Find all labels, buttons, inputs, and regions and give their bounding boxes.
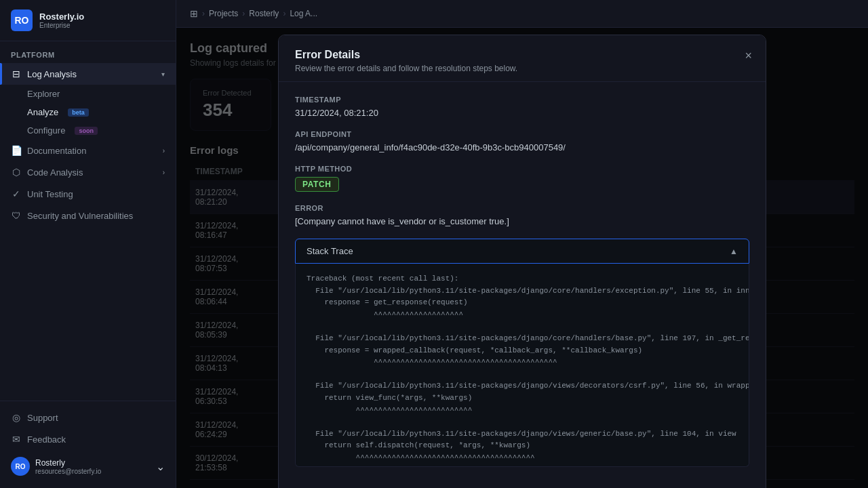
security-icon: 🛡 bbox=[11, 210, 22, 221]
http-method-section: HTTP Method PATCH bbox=[295, 165, 749, 192]
stack-trace-code: Traceback (most recent call last): File … bbox=[307, 273, 738, 467]
timestamp-section: Timestamp 31/12/2024, 08:21:20 bbox=[295, 96, 749, 118]
modal-overlay: Error Details Review the error details a… bbox=[176, 28, 868, 488]
sidebar-item-label: Log Analysis bbox=[27, 69, 77, 79]
explorer-label: Explorer bbox=[27, 89, 60, 99]
timestamp-label: Timestamp bbox=[295, 96, 749, 104]
chevron-icon: › bbox=[163, 147, 165, 155]
chevron-icon: › bbox=[163, 169, 165, 176]
user-avatar: RO bbox=[11, 457, 30, 476]
analyze-badge: beta bbox=[68, 108, 89, 117]
error-label: Error bbox=[295, 204, 749, 212]
sidebar-user[interactable]: RO Rosterly resources@rosterfy.io ⌄ bbox=[0, 450, 176, 483]
company-name: Rosterly.io bbox=[39, 12, 84, 22]
chevron-icon: ▾ bbox=[161, 70, 165, 78]
breadcrumb-log[interactable]: Log A... bbox=[290, 9, 317, 18]
code-analysis-icon: ⬡ bbox=[11, 167, 22, 178]
company-plan: Enterprise bbox=[39, 22, 84, 29]
feedback-label: Feedback bbox=[27, 434, 66, 445]
sidebar-item-label: Documentation bbox=[27, 146, 86, 156]
http-method-badge: PATCH bbox=[295, 177, 339, 192]
support-icon: ◎ bbox=[11, 412, 22, 423]
logo-text: Rosterly.io Enterprise bbox=[39, 12, 84, 29]
sidebar-bottom: ◎ Support ✉ Feedback RO Rosterly resourc… bbox=[0, 401, 176, 488]
user-email: resources@rosterfy.io bbox=[35, 468, 151, 475]
stack-trace-chevron-icon: ▲ bbox=[730, 247, 738, 256]
sidebar-toggle-icon[interactable]: ⊞ bbox=[190, 8, 198, 19]
user-info: Rosterly resources@rosterfy.io bbox=[35, 458, 151, 475]
sidebar-item-explorer[interactable]: Explorer bbox=[0, 85, 176, 103]
logo-icon: RO bbox=[11, 9, 33, 31]
sidebar-item-feedback[interactable]: ✉ Feedback bbox=[0, 428, 176, 450]
log-analysis-icon: ⊟ bbox=[11, 68, 22, 79]
configure-label: Configure bbox=[27, 125, 65, 136]
api-endpoint-section: API Endpoint /api/company/general_info/f… bbox=[295, 130, 749, 152]
modal-header: Error Details Review the error details a… bbox=[279, 35, 766, 82]
sidebar-item-label: Unit Testing bbox=[27, 189, 73, 199]
sidebar-item-label: Security and Vulnerabilities bbox=[27, 211, 133, 221]
error-details-modal: Error Details Review the error details a… bbox=[278, 35, 766, 488]
sidebar-item-security[interactable]: 🛡 Security and Vulnerabilities bbox=[0, 205, 176, 226]
sidebar-item-analyze[interactable]: Analyze beta bbox=[0, 103, 176, 121]
content-area: Log captured Showing logs details for th… bbox=[176, 28, 868, 488]
sidebar-logo[interactable]: RO Rosterly.io Enterprise bbox=[0, 0, 176, 41]
api-endpoint-value: /api/company/general_info/f4ac90de-d32e-… bbox=[295, 142, 749, 152]
sidebar-item-label: Code Analysis bbox=[27, 167, 83, 178]
documentation-icon: 📄 bbox=[11, 145, 22, 156]
support-label: Support bbox=[27, 413, 58, 423]
topbar: ⊞ › Projects › Rosterly › Log A... bbox=[176, 0, 868, 28]
sidebar-item-log-analysis[interactable]: ⊟ Log Analysis ▾ bbox=[0, 63, 176, 85]
unit-testing-icon: ✓ bbox=[11, 188, 22, 199]
stack-trace-header[interactable]: Stack Trace ▲ bbox=[295, 239, 749, 264]
configure-badge: soon bbox=[75, 127, 98, 135]
analyze-label: Analyze bbox=[27, 107, 58, 117]
breadcrumb-rosterly[interactable]: Rosterly bbox=[249, 9, 279, 18]
modal-close-button[interactable]: × bbox=[742, 46, 755, 66]
feedback-icon: ✉ bbox=[11, 434, 22, 445]
http-method-label: HTTP Method bbox=[295, 165, 749, 173]
platform-label: Platform bbox=[0, 41, 176, 63]
breadcrumb-projects[interactable]: Projects bbox=[209, 9, 238, 18]
timestamp-value: 31/12/2024, 08:21:20 bbox=[295, 108, 749, 118]
user-chevron-icon: ⌄ bbox=[156, 460, 165, 473]
stack-trace-body[interactable]: Traceback (most recent call last): File … bbox=[295, 264, 749, 467]
sidebar: RO Rosterly.io Enterprise Platform ⊟ Log… bbox=[0, 0, 176, 488]
error-value: [Company cannot have is_vendor or is_cus… bbox=[295, 216, 749, 226]
modal-subtitle: Review the error details and follow the … bbox=[295, 64, 749, 73]
api-endpoint-label: API Endpoint bbox=[295, 130, 749, 138]
sidebar-item-support[interactable]: ◎ Support bbox=[0, 407, 176, 428]
user-name: Rosterly bbox=[35, 458, 151, 468]
error-section: Error [Company cannot have is_vendor or … bbox=[295, 204, 749, 226]
sidebar-item-documentation[interactable]: 📄 Documentation › bbox=[0, 140, 176, 161]
stack-trace-label: Stack Trace bbox=[307, 246, 353, 256]
main-content: ⊞ › Projects › Rosterly › Log A... Log c… bbox=[176, 0, 868, 488]
sidebar-item-configure[interactable]: Configure soon bbox=[0, 121, 176, 140]
modal-title: Error Details bbox=[295, 49, 749, 61]
sidebar-item-unit-testing[interactable]: ✓ Unit Testing bbox=[0, 183, 176, 205]
sidebar-item-code-analysis[interactable]: ⬡ Code Analysis › bbox=[0, 161, 176, 183]
modal-body: Timestamp 31/12/2024, 08:21:20 API Endpo… bbox=[279, 82, 766, 488]
stack-trace-section: Stack Trace ▲ Traceback (most recent cal… bbox=[295, 239, 749, 467]
